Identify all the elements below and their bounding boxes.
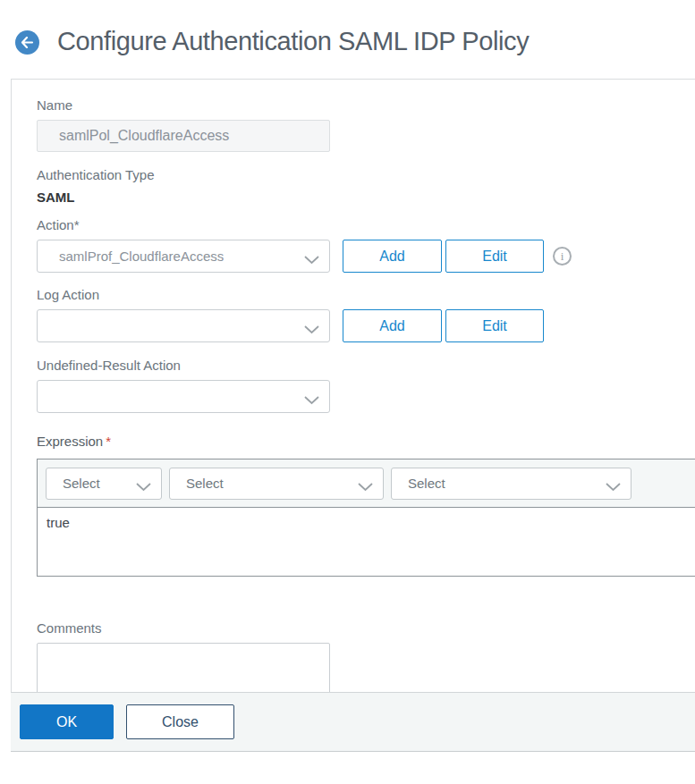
log-action-edit-button[interactable]: Edit bbox=[445, 309, 544, 342]
log-action-label: Log Action bbox=[37, 287, 695, 303]
undefined-result-action-label: Undefined-Result Action bbox=[37, 358, 695, 374]
footer: OK Close bbox=[11, 692, 695, 752]
chevron-down-icon bbox=[304, 252, 319, 261]
chevron-down-icon bbox=[304, 392, 319, 401]
action-edit-button[interactable]: Edit bbox=[445, 240, 544, 273]
comments-input[interactable] bbox=[37, 643, 330, 695]
expression-label: Expression* bbox=[37, 434, 695, 450]
action-label: Action* bbox=[37, 217, 695, 233]
chevron-down-icon bbox=[136, 479, 151, 488]
close-button[interactable]: Close bbox=[126, 704, 234, 739]
back-button[interactable] bbox=[15, 30, 39, 55]
expression-select-3[interactable]: Select bbox=[391, 468, 631, 500]
expression-toolbar: Select Select Select bbox=[38, 459, 695, 508]
header: Configure Authentication SAML IDP Policy bbox=[0, 0, 695, 79]
page-title: Configure Authentication SAML IDP Policy bbox=[57, 27, 529, 56]
expression-builder: Select Select Select bbox=[37, 459, 695, 577]
action-select-value: samlProf_CloudflareAccess bbox=[38, 249, 224, 264]
info-icon[interactable]: i bbox=[553, 247, 572, 266]
form-panel: Name Authentication Type SAML Action* sa… bbox=[11, 79, 695, 692]
authentication-type-label: Authentication Type bbox=[37, 167, 695, 183]
back-arrow-icon bbox=[21, 37, 34, 48]
undefined-result-action-select[interactable] bbox=[37, 380, 330, 413]
expression-select-2[interactable]: Select bbox=[169, 468, 384, 500]
expression-input[interactable]: true bbox=[38, 508, 695, 576]
log-action-add-button[interactable]: Add bbox=[343, 309, 442, 342]
name-input bbox=[37, 120, 330, 152]
comments-label: Comments bbox=[37, 620, 695, 636]
action-select[interactable]: samlProf_CloudflareAccess bbox=[37, 240, 330, 273]
log-action-select[interactable] bbox=[37, 309, 330, 342]
ok-button[interactable]: OK bbox=[20, 704, 114, 739]
chevron-down-icon bbox=[304, 322, 319, 331]
name-label: Name bbox=[37, 97, 695, 114]
action-add-button[interactable]: Add bbox=[343, 240, 442, 273]
required-asterisk: * bbox=[106, 434, 111, 449]
chevron-down-icon bbox=[606, 479, 621, 488]
authentication-type-value: SAML bbox=[37, 190, 695, 206]
chevron-down-icon bbox=[358, 479, 373, 488]
expression-select-1[interactable]: Select bbox=[46, 468, 162, 500]
